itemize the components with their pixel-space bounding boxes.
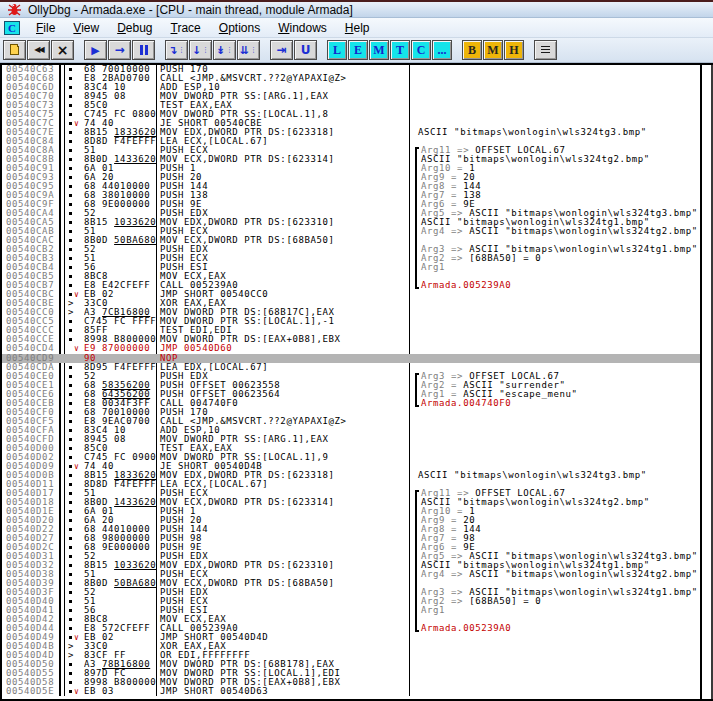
disasm-row[interactable]: 00540C7E8B15 18336200MOV EDX,DWORD PTR D…	[2, 128, 700, 137]
log-window-button[interactable]: L	[327, 40, 347, 60]
menu-item-options[interactable]: Options	[210, 19, 269, 37]
disasm-row[interactable]: 00540D0085C0TEST EAX,EAX	[2, 444, 700, 453]
disasm-row[interactable]: 00540D49∨EB 02JMP SHORT 00540D4D	[2, 633, 700, 642]
disasm-row[interactable]: 00540CDA8D95 F4FEFFFFLEA EDX,[LOCAL.67]	[2, 363, 700, 372]
executables-window-button[interactable]: E	[348, 40, 368, 60]
cpu-child-window-icon[interactable]: C	[4, 21, 20, 35]
disasm-row[interactable]: 00540CB351PUSH ECXArg2 => [68BA50] = 0	[2, 254, 700, 263]
cpu-window-button[interactable]: C	[411, 40, 431, 60]
more-windows-button[interactable]: ...	[432, 40, 452, 60]
menu-item-windows[interactable]: Windows	[269, 19, 336, 37]
disasm-row[interactable]: 00540C7C∨74 40JE SHORT 00540CBE	[2, 119, 700, 128]
menu-item-help[interactable]: Help	[336, 19, 379, 37]
disasm-row[interactable]: 00540CE668 64356200PUSH OFFSET 00623564A…	[2, 390, 700, 399]
restart-button[interactable]: ◀◀	[27, 40, 50, 60]
disasm-row[interactable]: 00540CAB51PUSH ECXArg4 => ASCII "bitmaps…	[2, 227, 700, 236]
disasm-row[interactable]: 00540D4051PUSH ECXArg2 => [68BA50] = 0	[2, 597, 700, 606]
menu-item-view[interactable]: View	[64, 19, 108, 37]
hardware-breakpoints-button[interactable]: H	[504, 40, 524, 60]
disasm-row[interactable]: 00540CF5E8 9EAC0700CALL <JMP.&MSVCRT.??2…	[2, 417, 700, 426]
disasm-row[interactable]: 00540D1751PUSH ECXArg11 => OFFSET LOCAL.…	[2, 489, 700, 498]
disasm-row[interactable]: 00540CCE8998 B8000000MOV DWORD PTR DS:[E…	[2, 335, 700, 344]
disasm-row[interactable]: 00540CD990NOP	[2, 354, 700, 363]
ollydbg-bug-icon[interactable]	[5, 3, 23, 17]
menu-item-trace[interactable]: Trace	[162, 19, 210, 37]
disasm-row[interactable]: 00540C68E8 2BAD0700CALL <JMP.&MSVCRT.??2…	[2, 74, 700, 83]
disasm-row[interactable]: 00540CB252PUSH EDXArg3 => ASCII "bitmaps…	[2, 245, 700, 254]
disasm-row[interactable]: 00540C9568 44010000PUSH 144Arg8 = 144	[2, 182, 700, 191]
disasm-row[interactable]: 00540C8A51PUSH ECXArg11 => OFFSET LOCAL.…	[2, 146, 700, 155]
disasm-row[interactable]: 00540C6D83C4 10ADD ESP,10	[2, 83, 700, 92]
disasm-row[interactable]: 00540C6368 70010000PUSH 170	[2, 65, 700, 74]
disasm-row[interactable]: 00540D0B8B15 18336200MOV EDX,DWORD PTR D…	[2, 471, 700, 480]
execute-till-return-button[interactable]: ⇥	[270, 40, 293, 60]
disasm-row[interactable]: 00540D3152PUSH EDXArg5 => ASCII "bitmaps…	[2, 552, 700, 561]
disasm-row[interactable]: 00540D4B>33C0XOR EAX,EAX	[2, 642, 700, 651]
disasm-row[interactable]: 00540C9F68 9E000000PUSH 9EArg6 = 9E	[2, 200, 700, 209]
disasm-row[interactable]: 00540C9A68 38010000PUSH 138Arg7 = 138	[2, 191, 700, 200]
disasm-row[interactable]: 00540C708945 08MOV DWORD PTR SS:[ARG.1],…	[2, 92, 700, 101]
disasm-row[interactable]: 00540C7385C0TEST EAX,EAX	[2, 101, 700, 110]
menu-item-file[interactable]: File	[27, 19, 64, 37]
disasm-row[interactable]: 00540D3F52PUSH EDXArg3 => ASCII "bitmaps…	[2, 588, 700, 597]
disasm-row[interactable]: 00540CB58BC8MOV ECX,EAX	[2, 272, 700, 281]
disasm-row[interactable]: 00540CAC8B0D 50BA6800MOV ECX,DWORD PTR D…	[2, 236, 700, 245]
disasm-row[interactable]: 00540CA452PUSH EDXArg5 => ASCII "bitmaps…	[2, 209, 700, 218]
disasm-row[interactable]: 00540C8B8B0D 14336200MOV ECX,DWORD PTR D…	[2, 155, 700, 164]
disasm-row[interactable]: 00540CE168 58356200PUSH OFFSET 00623558A…	[2, 381, 700, 390]
disasm-row[interactable]: 00540CBC∨EB 02JMP SHORT 00540CC0	[2, 290, 700, 299]
disasm-row[interactable]: 00540D206A 20PUSH 20Arg9 = 20	[2, 516, 700, 525]
disasm-row[interactable]: 00540CFD8945 08MOV DWORD PTR SS:[ARG.1],…	[2, 435, 700, 444]
disasm-row[interactable]: 00540D4D>83CF FFOR EDI,FFFFFFFF	[2, 651, 700, 660]
disasm-row[interactable]: 00540CBE>33C0XOR EAX,EAX	[2, 299, 700, 308]
disasm-row[interactable]: 00540D2768 98000000PUSH 98Arg7 = 98	[2, 534, 700, 543]
disasm-row[interactable]: 00540D428BC8MOV ECX,EAX	[2, 615, 700, 624]
close-program-button[interactable]: ×	[51, 40, 74, 60]
disasm-row[interactable]: 00540D02C745 FC 09000000MOV DWORD PTR SS…	[2, 453, 700, 462]
threads-window-button[interactable]: T	[390, 40, 410, 60]
disasm-row[interactable]: 00540CA58B15 10336200MOV EDX,DWORD PTR D…	[2, 218, 700, 227]
disasm-row[interactable]: 00540D09∨74 40JE SHORT 00540D4B	[2, 462, 700, 471]
menu-item-debug[interactable]: Debug	[108, 19, 161, 37]
disasm-row[interactable]: 00540CC5C745 FC FFFFFFFFMOV DWORD PTR SS…	[2, 317, 700, 326]
memory-breakpoints-button[interactable]: M	[483, 40, 503, 60]
trace-into-button[interactable]: ↡⋮	[213, 40, 236, 60]
disasm-row[interactable]: 00540D1E6A 01PUSH 1Arg10 = 1	[2, 507, 700, 516]
run-thread-button[interactable]: →	[108, 40, 131, 60]
disasm-row[interactable]: 00540C936A 20PUSH 20Arg9 = 20	[2, 173, 700, 182]
disasm-row[interactable]: 00540CCC85FFTEST EDI,EDI	[2, 326, 700, 335]
disasm-row[interactable]: 00540D50A3 78B16800MOV DWORD PTR DS:[68B…	[2, 660, 700, 669]
disasm-row[interactable]: 00540CFA83C4 10ADD ESP,10	[2, 426, 700, 435]
options-button[interactable]	[534, 40, 557, 60]
trace-over-button[interactable]: ⇊⋮	[237, 40, 260, 60]
disasm-row[interactable]: 00540D5E∨EB 03JMP SHORT 00540D63	[2, 687, 700, 696]
run-button[interactable]: ▶	[84, 40, 107, 60]
disasm-row[interactable]: 00540D2268 44010000PUSH 144Arg8 = 144	[2, 525, 700, 534]
disasm-row[interactable]: 00540D55897D FCMOV DWORD PTR SS:[LOCAL.1…	[2, 669, 700, 678]
disasm-row[interactable]: 00540D188B0D 14336200MOV ECX,DWORD PTR D…	[2, 498, 700, 507]
disasm-row[interactable]: 00540D2C68 9E000000PUSH 9EArg6 = 9E	[2, 543, 700, 552]
disasm-row[interactable]: 00540D588998 B8000000MOV DWORD PTR DS:[E…	[2, 678, 700, 687]
open-file-button[interactable]	[3, 40, 26, 60]
disasm-row[interactable]: 00540D44E8 572CFEFFCALL 005239A0Armada.0…	[2, 624, 700, 633]
disasm-row[interactable]: 00540CE052PUSH EDXArg3 => OFFSET LOCAL.6…	[2, 372, 700, 381]
breakpoints-button[interactable]: B	[462, 40, 482, 60]
disasm-row[interactable]: 00540CC0>A3 7CB16800MOV DWORD PTR DS:[68…	[2, 308, 700, 317]
step-over-button[interactable]: ↓⋮	[189, 40, 212, 60]
disasm-row[interactable]: 00540CF068 70010000PUSH 170	[2, 408, 700, 417]
disasm-row[interactable]: 00540CB456PUSH ESIArg1	[2, 263, 700, 272]
disasm-row[interactable]: 00540CD4∨E9 87000000JMP 00540D60	[2, 344, 700, 353]
disasm-row[interactable]: 00540C848D8D F4FEFFFFLEA ECX,[LOCAL.67]	[2, 137, 700, 146]
disasm-row[interactable]: 00540CB7E8 E42CFEFFCALL 005239A0Armada.0…	[2, 281, 700, 290]
disasm-row[interactable]: 00540CEBE8 0034F3FFCALL 004740F0Armada.0…	[2, 399, 700, 408]
disasm-row[interactable]: 00540D398B0D 50BA6800MOV ECX,DWORD PTR D…	[2, 579, 700, 588]
disasm-row[interactable]: 00540C916A 01PUSH 1Arg10 = 1	[2, 164, 700, 173]
memory-map-button[interactable]: M	[369, 40, 389, 60]
disasm-row[interactable]: 00540C75C745 FC 08000000MOV DWORD PTR SS…	[2, 110, 700, 119]
step-into-button[interactable]: ↴⋮	[165, 40, 188, 60]
disasm-row[interactable]: 00540D3851PUSH ECXArg4 => ASCII "bitmaps…	[2, 570, 700, 579]
pause-button[interactable]	[132, 40, 155, 60]
disasm-row[interactable]: 00540D118D8D F4FEFFFFLEA ECX,[LOCAL.67]	[2, 480, 700, 489]
disasm-row[interactable]: 00540D4156PUSH ESIArg1	[2, 606, 700, 615]
disasm-row[interactable]: 00540D328B15 10336200MOV EDX,DWORD PTR D…	[2, 561, 700, 570]
